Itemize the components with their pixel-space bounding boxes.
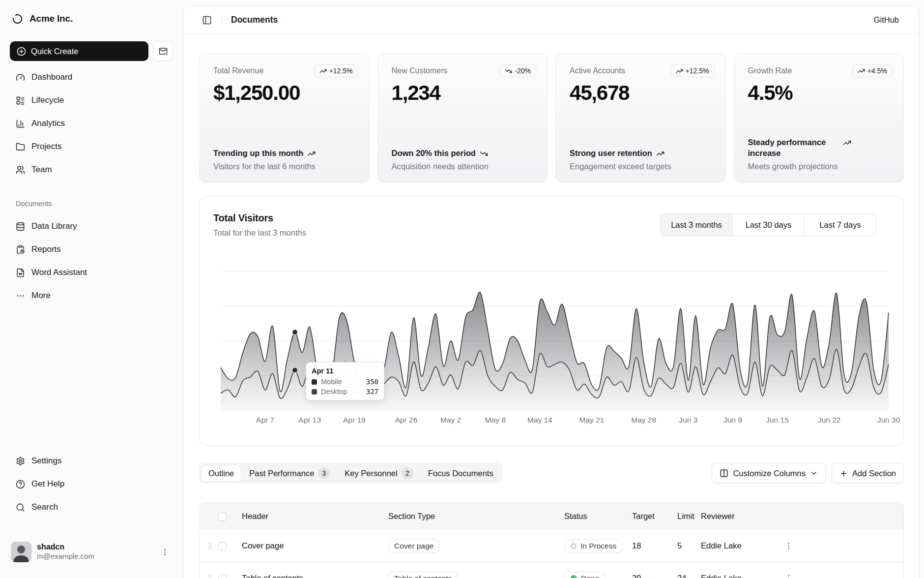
stat-badge-value: -20% [515,67,531,75]
brand[interactable]: Acme Inc. [10,10,173,28]
drag-handle-icon[interactable] [206,542,218,549]
ellipsis-icon [16,291,25,301]
x-axis-tick: Apr 7 [256,416,274,424]
chevron-down-icon [810,469,818,477]
status-badge: In Process [564,539,622,553]
sidebar-item-label: Reports [31,244,61,254]
row-checkbox[interactable] [218,542,227,550]
stat-value: $1,250.00 [213,81,356,105]
select-all-checkbox[interactable] [218,513,227,521]
drag-handle-icon[interactable] [206,575,218,578]
trending-down-icon [505,67,512,75]
x-axis-tick: Jun 22 [818,416,841,424]
plus-circle-icon [17,47,26,56]
mail-button[interactable] [153,41,173,61]
table-row[interactable]: Cover page Cover page In Process 18 5 Ed… [200,529,903,562]
target-cell[interactable]: 18 [625,541,670,550]
mail-icon [159,47,168,56]
user-menu[interactable]: shadcn m@example.com [10,539,173,565]
sidebar-toggle-button[interactable] [200,13,214,27]
column-header: Limit [670,512,694,521]
user-email: m@example.com [37,552,155,561]
sidebar-item-word-assistant[interactable]: Word Assistant [10,263,173,282]
sidebar-item-more[interactable]: More [10,286,173,305]
stat-subtext: Acquisition needs attention [392,162,535,171]
x-axis-tick: Jun 30 [877,416,900,424]
tab-past-performance[interactable]: Past Performance3 [242,465,337,482]
stat-value: 1,234 [392,81,535,105]
reviewer-cell[interactable]: Eddie Lake [694,574,779,578]
sidebar-item-get-help[interactable]: Get Help [10,475,173,493]
stat-card-growth-rate: Growth Rate +4.5% 4.5% Steady performanc… [734,53,904,183]
row-header-cell[interactable]: Cover page [235,541,379,550]
add-section-button[interactable]: Add Section [832,463,904,484]
folder-icon [16,142,25,152]
quick-create-button[interactable]: Quick Create [10,41,148,61]
tab-label: Outline [208,469,234,478]
sidebar-item-label: Search [31,502,58,512]
file-word-icon [16,268,25,277]
customize-columns-button[interactable]: Customize Columns [712,463,826,484]
tab-label: Key Personnel [345,469,397,478]
sidebar-item-label: Analytics [31,119,65,128]
tab-label: Past Performance [249,469,314,478]
tab-outline[interactable]: Outline [201,465,241,482]
visitors-chart-card: Total Visitors Total for the last 3 mont… [199,196,904,446]
trending-up-icon [858,67,865,75]
dots-vertical-icon [784,574,793,578]
sidebar-item-lifecycle[interactable]: Lifecycle [10,91,173,110]
stat-trend-text: Trending up this month [213,148,303,158]
section-tabs-row: Outline Past Performance3 Key Personnel2… [199,463,904,484]
sidebar-item-search[interactable]: Search [10,498,173,517]
sidebar-item-data-library[interactable]: Data Library [10,217,173,236]
sidebar-item-label: Settings [31,456,61,466]
sidebar-item-projects[interactable]: Projects [10,137,173,156]
plus-icon [839,469,848,478]
stat-card-new-customers: New Customers -20% 1,234 Down 20% this p… [377,53,548,183]
tab-count-badge: 3 [318,467,330,479]
limit-cell[interactable]: 5 [670,541,694,550]
sidebar-footer: Settings Get Help Search [10,452,173,521]
stat-card-total-revenue: Total Revenue +12.5% $1,250.00 Trending … [199,53,370,183]
table-row[interactable]: Table of contents Table of contents Done… [200,562,903,578]
help-circle-icon [16,480,25,489]
stat-subtext: Visitors for the last 6 months [213,162,356,171]
status-badge: Done [564,572,605,578]
tab-key-personnel[interactable]: Key Personnel2 [338,465,420,482]
stat-trend-text: Strong user retention [570,148,652,158]
main-panel: Documents GitHub Total Revenue +12.5% $1… [183,6,919,578]
column-header: Section Type [379,512,555,521]
row-menu-button[interactable] [781,571,796,578]
tab-focus-documents[interactable]: Focus Documents [421,465,500,482]
tab-count-badge: 2 [402,467,413,479]
hover-dot [292,367,298,373]
section-type-badge: Cover page [388,539,439,553]
sidebar-item-analytics[interactable]: Analytics [10,114,173,133]
sidebar-item-settings[interactable]: Settings [10,452,173,470]
target-cell[interactable]: 29 [625,574,670,578]
column-header: Target [625,512,670,521]
sidebar-item-reports[interactable]: Reports [10,240,173,259]
users-icon [16,165,25,175]
limit-cell[interactable]: 24 [670,574,694,578]
sidebar-item-team[interactable]: Team [10,160,173,179]
row-checkbox[interactable] [218,575,227,578]
x-axis-tick: May 8 [485,416,506,424]
sidebar-item-dashboard[interactable]: Dashboard [10,68,173,87]
logo-icon [12,13,23,25]
github-link[interactable]: GitHub [874,15,899,25]
stat-footer: Strong user retention Engagement exceed … [570,148,713,171]
panel-left-icon [202,15,212,25]
stat-badge: +12.5% [314,64,358,77]
visitors-area-chart[interactable]: Apr 7Apr 13Apr 19Apr 26May 2May 8May 14M… [200,197,904,446]
row-menu-button[interactable] [781,539,796,553]
x-axis-tick: Apr 26 [395,416,418,424]
loader-spinner-icon [570,543,577,549]
topbar: Documents GitHub [183,6,919,34]
sidebar-item-label: Lifecycle [31,95,64,105]
page-title: Documents [231,15,278,25]
status-label: Done [581,574,599,578]
row-header-cell[interactable]: Table of contents [235,574,379,578]
column-header: Reviewer [694,512,779,521]
reviewer-cell[interactable]: Eddie Lake [694,541,779,550]
